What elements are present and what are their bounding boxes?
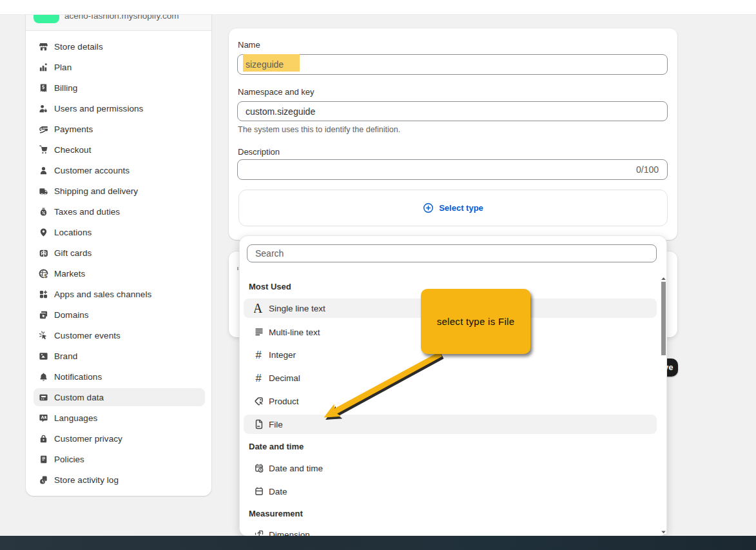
svg-text:#: # [255, 349, 262, 360]
svg-text:A: A [254, 303, 263, 313]
svg-text:$: $ [44, 272, 47, 278]
svg-text:#: # [255, 373, 262, 383]
